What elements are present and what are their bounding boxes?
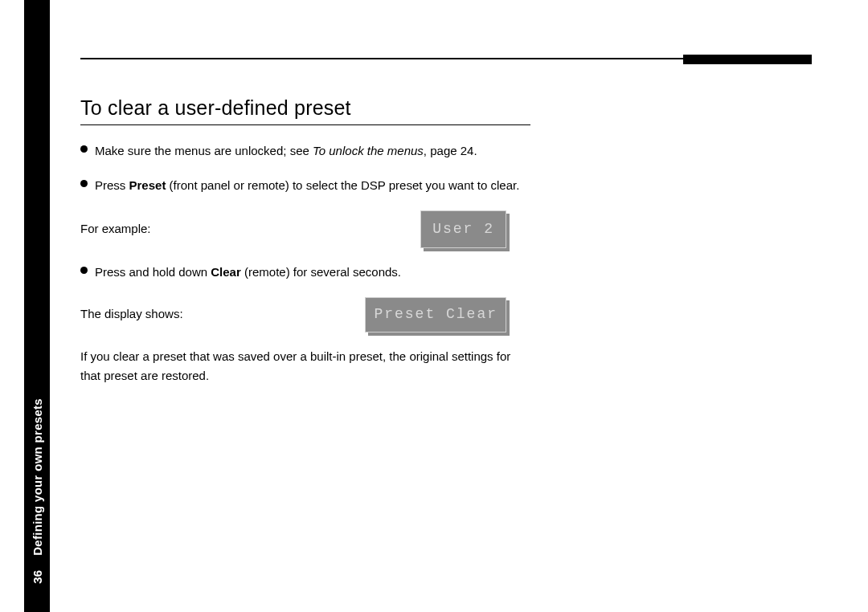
- bullet-text-bold: Clear: [211, 265, 241, 279]
- bullet-icon: [80, 145, 88, 153]
- bullet-icon: [80, 180, 88, 187]
- bullet-item: Make sure the menus are unlocked; see To…: [80, 141, 530, 161]
- bullet-text-italic: To unlock the menus: [313, 144, 424, 157]
- bullet-text-pre: Press: [95, 178, 129, 192]
- bullet-text-bold: Preset: [129, 178, 166, 192]
- bullet-item: Press Preset (front panel or remote) to …: [80, 176, 530, 196]
- bullet-text-pre: Make sure the menus are unlocked; see: [95, 144, 313, 157]
- bullet-text-post: (remote) for several seconds.: [241, 265, 401, 279]
- page-number: 36: [31, 570, 44, 584]
- top-rule-thick: [683, 55, 812, 64]
- section-heading: To clear a user-defined preset: [80, 96, 530, 125]
- content-column: To clear a user-defined preset Make sure…: [80, 96, 530, 391]
- example-row: For example: User 2: [80, 210, 530, 249]
- bullet-text-post: (front panel or remote) to select the DS…: [166, 178, 519, 192]
- sidebar-section-title: Defining your own presets: [31, 398, 44, 556]
- display-row: The display shows: Preset Clear: [80, 297, 530, 333]
- bullet-text-pre: Press and hold down: [95, 265, 211, 279]
- bullet-icon: [80, 267, 88, 274]
- manual-page: Defining your own presets 36 To clear a …: [0, 0, 868, 612]
- bullet-item: Press and hold down Clear (remote) for s…: [80, 263, 530, 283]
- lcd-display-preset-clear: Preset Clear: [365, 297, 506, 333]
- display-label: The display shows:: [80, 304, 185, 324]
- closing-paragraph: If you clear a preset that was saved ove…: [80, 347, 530, 387]
- example-label: For example:: [80, 219, 185, 239]
- bullet-text-post: , page 24.: [424, 144, 477, 157]
- sidebar-bar: Defining your own presets 36: [24, 0, 50, 612]
- body-text: Make sure the menus are unlocked; see To…: [80, 141, 530, 386]
- lcd-display-user: User 2: [420, 210, 506, 249]
